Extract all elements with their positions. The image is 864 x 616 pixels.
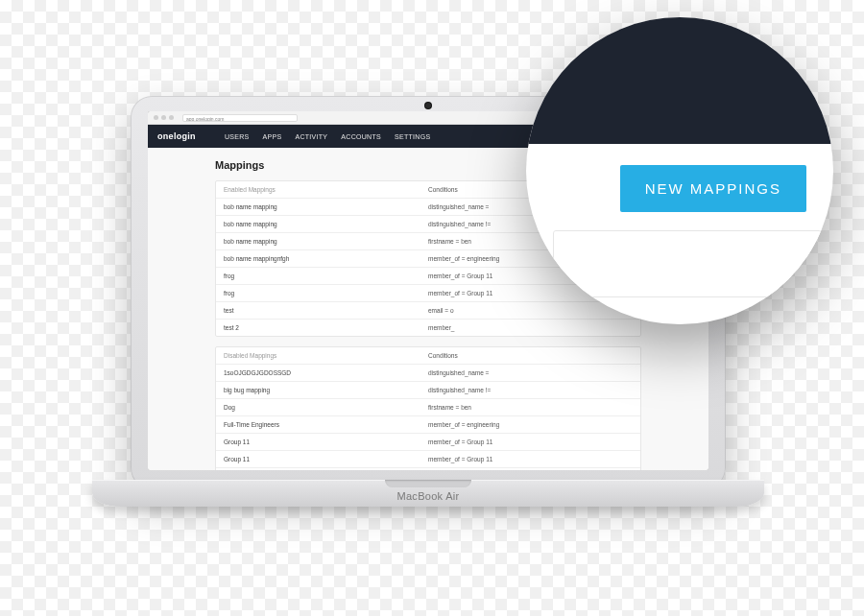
cell-cond: member_of = Group 11 [428,456,633,462]
cell-cond: member_of = Group 11 [428,438,633,445]
laptop-notch [385,480,471,487]
enabled-header-name: Enabled Mappings [224,186,428,193]
cell-name: Group 11 [224,438,428,445]
cell-name: test [224,307,428,314]
table-row[interactable]: Full-Time Engineersmember_of = engineeri… [216,416,640,434]
cell-name: test 2 [224,324,428,331]
disabled-mappings-table: Disabled Mappings Conditions 1soOJGDGJGD… [215,346,641,470]
disabled-header-name: Disabled Mappings [224,352,428,359]
cell-cond: firstname = ben [428,404,633,411]
table-row[interactable]: Group 11member_of = Group 11 [216,451,640,468]
brand-logo[interactable]: onelogin [157,131,196,141]
table-row[interactable]: frogmember_of = Group 11 [216,285,640,302]
cell-name: frog [224,290,428,296]
laptop-base: MacBook Air [92,480,764,507]
url-bar[interactable]: app.onelogin.com [182,114,298,122]
cell-name: frog [224,272,428,279]
disabled-table-header: Disabled Mappings Conditions [216,347,640,365]
nav-settings[interactable]: SETTINGS [395,133,430,140]
traffic-light-close-icon[interactable] [154,115,158,120]
nav-users[interactable]: USERS [225,133,250,140]
cell-cond: distinguished_name = [428,369,633,376]
traffic-light-max-icon[interactable] [169,115,174,120]
new-mappings-button[interactable]: NEW MAPPINGS [620,165,806,212]
disabled-header-cond: Conditions [428,352,633,359]
table-row[interactable]: big bug mappingdistinguished_name != [216,382,640,399]
table-row[interactable]: testemail = o [216,302,640,320]
cell-name: Full-Time Engineers [224,421,428,428]
cell-name: Group 11 [224,456,428,462]
cell-cond: distinguished_name != [428,387,633,393]
magnifier-header-bg [526,17,833,144]
nav-accounts[interactable]: ACCOUNTS [341,133,381,140]
cell-cond: email = o [428,307,633,314]
table-row[interactable]: HOLY MAPPINGdistinguished_name = cat [216,468,640,470]
device-label: MacBook Air [92,490,764,502]
nav-activity[interactable]: ACTIVITY [295,133,327,140]
magnifier-circle: NEW MAPPINGS [526,17,833,324]
table-row[interactable]: test 2member_ [216,320,640,336]
table-row[interactable]: Group 11member_of = Group 11 [216,434,640,451]
cell-cond: member_ [428,324,633,331]
magnifier-body: NEW MAPPINGS [526,144,833,233]
cell-name: Dog [224,404,428,411]
cell-name: bob name mapping [224,203,428,210]
table-row[interactable]: 1soOJGDGJGDOSSGDdistinguished_name = [216,365,640,382]
cell-name: big bug mapping [224,387,428,393]
traffic-light-min-icon[interactable] [161,115,166,120]
cell-name: bob name mapping [224,238,428,245]
nav-apps[interactable]: APPS [263,133,282,140]
cell-name: 1soOJGDGJGDOSSGD [224,369,428,376]
cell-name: bob name mappingnfgh [224,255,428,262]
camera-icon [425,103,431,108]
magnifier-panel-edge [553,230,822,297]
cell-cond: member_of = engineering [428,421,633,428]
table-row[interactable]: Dogfirstname = ben [216,399,640,416]
cell-name: bob name mapping [224,221,428,227]
